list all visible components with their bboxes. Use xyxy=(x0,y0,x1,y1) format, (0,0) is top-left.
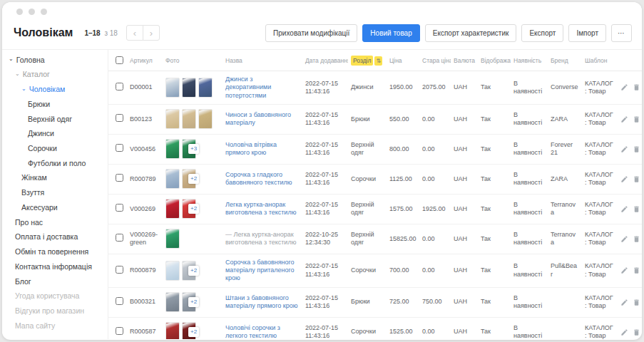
more-photos-badge[interactable]: +2 xyxy=(188,297,199,307)
sidebar-item-каталог[interactable]: ⌄Каталог xyxy=(2,68,108,83)
edit-icon[interactable] xyxy=(620,266,628,274)
more-actions-button[interactable]: ⋯ xyxy=(611,24,632,42)
sidebar-item-жінкам[interactable]: Жінкам xyxy=(2,171,108,186)
column-header-розділ[interactable]: Розділ⇅ xyxy=(348,50,387,71)
product-photo-thumbnail[interactable] xyxy=(198,109,213,129)
delete-icon[interactable] xyxy=(633,299,640,306)
product-photo-thumbnail[interactable] xyxy=(198,78,213,98)
window-dot-icon[interactable] xyxy=(41,9,47,15)
edit-icon[interactable] xyxy=(620,205,628,213)
delete-icon[interactable] xyxy=(633,145,640,153)
sidebar-item-брюки[interactable]: Брюки xyxy=(2,97,108,112)
product-photo-thumbnail[interactable] xyxy=(182,78,196,98)
column-header-назва[interactable]: Назва xyxy=(223,50,302,71)
window-dot-icon[interactable] xyxy=(16,9,23,15)
column-header-бренд[interactable]: Бренд xyxy=(548,50,582,71)
product-name-link[interactable]: Сорочка з гладкого бавовняного текстилю xyxy=(225,171,292,186)
row-checkbox[interactable] xyxy=(116,174,123,182)
sidebar-item-взуття[interactable]: Взуття xyxy=(2,186,108,201)
import-button[interactable]: Імпорт xyxy=(568,24,606,42)
sort-icon[interactable]: ⇅ xyxy=(374,56,382,66)
more-photos-badge[interactable]: +2 xyxy=(188,204,199,214)
row-checkbox[interactable] xyxy=(116,234,123,242)
export-button[interactable]: Експорт xyxy=(521,24,563,42)
sidebar-item-мапа-сайту[interactable]: Мапа сайту xyxy=(2,318,108,333)
edit-icon[interactable] xyxy=(620,115,628,123)
column-header-дата-додавання[interactable]: Дата додавання xyxy=(302,50,348,71)
sidebar-item-чоловікам[interactable]: ⌄Чоловікам xyxy=(2,82,108,97)
product-photo-thumbnail[interactable] xyxy=(165,139,180,159)
product-photo-thumbnail[interactable] xyxy=(165,109,180,129)
sidebar-item-джинси[interactable]: Джинси xyxy=(2,127,108,142)
product-photo-thumbnail[interactable] xyxy=(165,229,180,249)
more-photos-badge[interactable]: +2 xyxy=(188,266,199,276)
edit-icon[interactable] xyxy=(620,328,628,336)
column-header-наявність[interactable]: Наявність xyxy=(511,50,548,71)
product-name-link[interactable]: Чоловічі сорочки з легкого текстилю xyxy=(225,324,280,339)
edit-icon[interactable] xyxy=(620,299,628,306)
window-dot-icon[interactable] xyxy=(29,9,35,15)
product-photo-thumbnail[interactable] xyxy=(165,169,180,189)
row-checkbox[interactable] xyxy=(116,297,123,305)
sidebar-item-головна[interactable]: ⌄Головна xyxy=(2,53,108,68)
delete-icon[interactable] xyxy=(633,205,640,213)
product-photo-thumbnail[interactable] xyxy=(165,78,180,98)
sidebar-item-про-нас[interactable]: Про нас xyxy=(2,215,108,230)
product-name-link[interactable]: Штани з бавовняного матеріалу прямого кр… xyxy=(225,294,297,309)
column-header-стара-ціна[interactable]: Стара ціна xyxy=(419,50,451,71)
sidebar-item-оплата-і-доставка[interactable]: Оплата і доставка xyxy=(2,230,108,245)
new-product-button[interactable]: Новий товар xyxy=(362,24,419,42)
row-checkbox[interactable] xyxy=(116,204,123,212)
sidebar-item-верхній-одяг[interactable]: Верхній одяг xyxy=(2,112,108,127)
edit-icon[interactable] xyxy=(620,175,628,183)
product-name-link[interactable]: Чиноси з бавовняного матеріалу xyxy=(225,111,291,126)
row-checkbox[interactable] xyxy=(116,266,123,274)
column-header-артикул[interactable]: Артикул xyxy=(127,50,163,71)
delete-icon[interactable] xyxy=(633,175,640,183)
sidebar-item-обмін-та-повернення[interactable]: Обмін та повернення xyxy=(2,245,108,260)
delete-icon[interactable] xyxy=(633,266,640,274)
column-header-відображати[interactable]: Відображати xyxy=(478,50,511,71)
delete-icon[interactable] xyxy=(633,83,640,91)
sidebar-item-сорочки[interactable]: Сорочки xyxy=(2,141,108,156)
delete-icon[interactable] xyxy=(633,235,640,243)
column-header-шаблон[interactable]: Шаблон xyxy=(582,50,618,71)
edit-icon[interactable] xyxy=(620,235,628,243)
next-page-button[interactable]: › xyxy=(143,25,160,41)
row-checkbox[interactable] xyxy=(116,144,123,152)
row-checkbox[interactable] xyxy=(116,327,123,335)
column-header-ціна[interactable]: Ціна xyxy=(387,50,419,71)
delete-icon[interactable] xyxy=(633,328,640,336)
product-name-link[interactable]: Легка куртка-анорак виготовлена з тексти… xyxy=(225,201,296,216)
delete-icon[interactable] xyxy=(633,115,640,123)
product-photo-thumbnail[interactable] xyxy=(182,109,196,129)
product-photo-thumbnail[interactable] xyxy=(165,292,180,312)
hide-modifications-button[interactable]: Приховати модифікації xyxy=(265,24,357,42)
product-name-link[interactable]: — Легка куртка-анорак виготовлена з текс… xyxy=(225,231,296,246)
sidebar-item-відгуки-про-магазин[interactable]: Відгуки про магазин xyxy=(2,304,108,318)
table-header-row: АртикулФотоНазваДата додаванняРозділ⇅Цін… xyxy=(108,50,642,71)
edit-icon[interactable] xyxy=(620,145,628,153)
product-photo-thumbnail[interactable] xyxy=(165,322,180,339)
row-checkbox[interactable] xyxy=(116,114,123,122)
row-checkbox[interactable] xyxy=(116,83,123,90)
sidebar-item-угода-користувача[interactable]: Угода користувача xyxy=(2,289,108,304)
column-header-валюта[interactable]: Валюта xyxy=(451,50,478,71)
prev-page-button[interactable]: ‹ xyxy=(126,25,143,41)
product-name-link[interactable]: Сорочка з бавовняного матеріалу притален… xyxy=(225,259,295,282)
export-characteristics-button[interactable]: Експорт характеристик xyxy=(425,24,517,42)
column-header-фото[interactable]: Фото xyxy=(163,50,223,71)
sidebar-item-контактна-інформація[interactable]: Контактна інформація xyxy=(2,259,108,274)
select-all-checkbox[interactable] xyxy=(116,56,123,64)
sidebar-item-блог[interactable]: Блог xyxy=(2,274,108,289)
edit-icon[interactable] xyxy=(620,83,628,91)
more-photos-badge[interactable]: +3 xyxy=(188,144,199,154)
product-photo-thumbnail[interactable] xyxy=(165,261,180,281)
sidebar-item-аксесуари[interactable]: Аксесуари xyxy=(2,200,108,215)
more-photos-badge[interactable]: +2 xyxy=(188,327,199,337)
product-name-link[interactable]: Чоловіча вітрівка прямого крою xyxy=(225,141,277,156)
sidebar-item-футболки-и-поло[interactable]: Футболки и поло xyxy=(2,156,108,171)
product-name-link[interactable]: Джинси з декоративними потертостями xyxy=(225,76,271,99)
product-photo-thumbnail[interactable] xyxy=(165,199,180,219)
more-photos-badge[interactable]: +2 xyxy=(188,174,199,184)
